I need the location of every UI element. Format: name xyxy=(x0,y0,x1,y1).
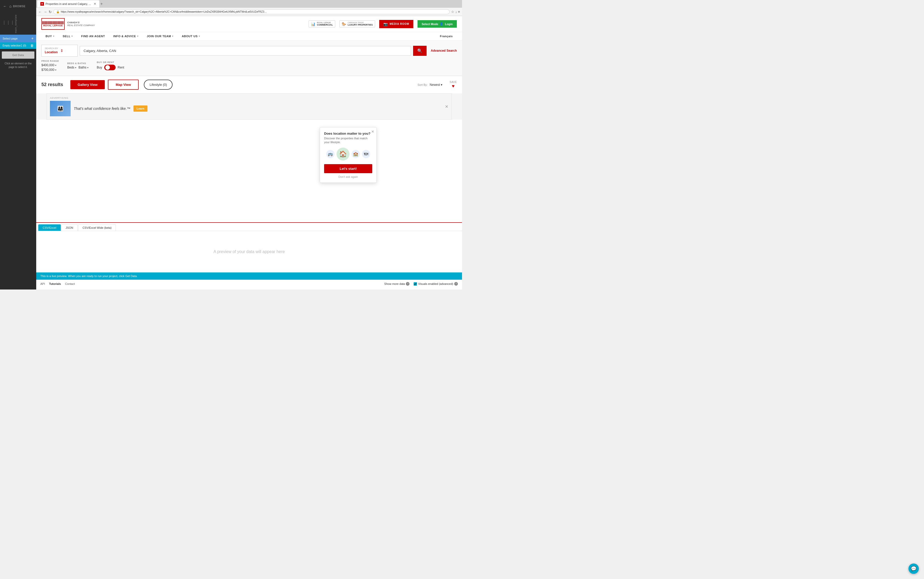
toggle-thumb xyxy=(105,65,110,70)
commercial-link[interactable]: 📊 ROYAL LEPAGE COMMERCIAL xyxy=(309,20,335,28)
baths-dropdown[interactable]: Baths ▾ xyxy=(79,65,89,69)
back-button[interactable]: ← xyxy=(2,3,8,9)
tutorials-link[interactable]: Tutorials xyxy=(49,282,61,285)
price-min-arrow: ▾ xyxy=(55,64,56,67)
new-tab-button[interactable]: + xyxy=(100,2,103,6)
tab-close-button[interactable]: ✕ xyxy=(94,2,96,6)
price-range-filter: PRICE RANGE $400,000 ▾ $700,000 ▾ xyxy=(41,60,59,72)
visuals-help-icon[interactable]: ? xyxy=(454,282,458,286)
lifestyle-start-button[interactable]: Let's start! xyxy=(324,164,372,173)
nav-sell[interactable]: SELL ▾ xyxy=(59,32,77,40)
luxury-line2: LUXURY PROPERTIES xyxy=(348,23,373,26)
beds-label: Beds xyxy=(67,65,74,69)
browser-forward-button[interactable]: → xyxy=(43,10,47,14)
search-icon: 🔍 xyxy=(417,49,422,53)
map-view-button[interactable]: Map View xyxy=(108,80,139,90)
rent-label: Rent xyxy=(118,65,124,69)
search-button[interactable]: 🔍 xyxy=(413,46,427,56)
bookmark-button[interactable]: ☆ xyxy=(451,10,454,14)
nav-francais[interactable]: Français xyxy=(436,32,457,40)
nav-about-label: ABOUT US xyxy=(182,34,198,38)
logo-text: ROYAL LEPAGE xyxy=(43,24,62,27)
results-header: 52 results Gallery View Map View Lifesty… xyxy=(41,80,457,90)
nav-sell-arrow: ▾ xyxy=(71,35,73,38)
advanced-search-link[interactable]: Advanced Search xyxy=(431,49,457,52)
tab-csv-excel[interactable]: CSV/Excel xyxy=(38,224,61,231)
browser-reload-button[interactable]: ↻ xyxy=(49,10,52,14)
select-page-bar[interactable]: Select page + xyxy=(0,34,36,43)
lifestyle-button[interactable]: Lifestyle (0) xyxy=(144,80,172,90)
url-text: https://www.royallepageca/en/search/home… xyxy=(61,10,268,13)
browser-back-button[interactable]: ← xyxy=(38,10,42,14)
empty-selection-bar[interactable]: Empty selection1 (0) 🗑 xyxy=(0,43,36,49)
gallery-view-button[interactable]: Gallery View xyxy=(71,80,105,89)
search-by-content: SEARCH BY Location xyxy=(45,47,58,54)
commercial-icon: 📊 xyxy=(311,22,315,26)
select-mode-button[interactable]: Select Mode 👤 Login xyxy=(417,20,457,28)
left-panel-nav: ← ⌂ BROWSE xyxy=(0,2,36,10)
nav-info-advice[interactable]: INFO & ADVICE ▾ xyxy=(109,32,143,40)
add-selection-button[interactable]: + xyxy=(31,36,34,41)
contact-link[interactable]: Contact xyxy=(65,282,75,285)
data-preview-area: A preview of your data will appear here xyxy=(36,231,462,272)
price-min-dropdown[interactable]: $400,000 ▾ xyxy=(41,63,59,67)
search-by-dropdown[interactable]: SEARCH BY Location ⇕ xyxy=(41,45,77,57)
browser-area: ■ Properties in and around Calgary, ... … xyxy=(36,0,462,290)
buy-rent-switch[interactable] xyxy=(104,65,116,70)
show-more-section: Show more data ? xyxy=(384,282,409,286)
lock-icon: 🔒 xyxy=(56,10,60,13)
advertising-container: ADVERTISING 👨‍👩‍👧 That's what confidence… xyxy=(36,93,462,120)
tab-label: Properties in and around Calgary, ... xyxy=(46,2,91,5)
ad-banner: ADVERTISING 👨‍👩‍👧 That's what confidence… xyxy=(46,93,452,120)
visuals-checkbox[interactable] xyxy=(414,282,417,286)
royal-lepage-logo[interactable]: ROYAL LEPAGE CANADA'S REAL ESTATE COMPAN… xyxy=(41,18,95,30)
save-button[interactable]: SAVE ♥ xyxy=(450,81,457,89)
sort-dropdown[interactable]: Newest ▾ xyxy=(430,83,442,87)
show-more-help-icon[interactable]: ? xyxy=(406,282,409,286)
price-range-label: PRICE RANGE xyxy=(41,60,59,62)
results-count: 52 results xyxy=(41,82,63,87)
price-max-value: $700,000 xyxy=(41,68,54,72)
active-tab[interactable]: ■ Properties in and around Calgary, ... … xyxy=(37,0,99,8)
home-button[interactable]: ⌂ xyxy=(9,4,11,8)
instruction-text: Click an element on the page to select i… xyxy=(0,59,36,72)
nav-join-arrow: ▾ xyxy=(172,35,174,38)
nav-join-team[interactable]: JOIN OUR TEAM ▾ xyxy=(143,32,177,40)
sidebar-menu-icon[interactable]: ⋮⋮⋮ xyxy=(2,20,15,25)
get-data-button[interactable]: Get Data xyxy=(2,51,34,59)
ad-close-button[interactable]: ✕ xyxy=(445,104,448,109)
dont-ask-again-link[interactable]: Don't ask again xyxy=(324,175,372,178)
url-bar[interactable]: 🔒 https://www.royallepageca/en/search/ho… xyxy=(53,9,450,14)
beds-baths-filter: BEDS & BATHS Beds ▾ Baths ▾ xyxy=(67,62,89,69)
media-room-button[interactable]: 📷 MEDIA ROOM xyxy=(379,20,414,28)
nav-info-arrow: ▾ xyxy=(137,35,139,38)
tab-csv-wide-label: CSV/Excel Wide (beta) xyxy=(82,226,112,229)
popup-description: Discover the properties that match your … xyxy=(324,136,372,144)
delete-selection-button[interactable]: 🗑 xyxy=(30,44,34,47)
nav-find-agent[interactable]: FIND AN AGENT xyxy=(77,32,109,40)
address-bar: ← → ↻ 🔒 https://www.royallepageca/en/sea… xyxy=(36,8,462,16)
nav-buy[interactable]: BUY ▾ xyxy=(41,32,59,40)
popup-close-button[interactable]: ✕ xyxy=(371,129,374,134)
search-input[interactable] xyxy=(80,46,411,56)
nav-sell-label: SELL xyxy=(62,34,71,38)
download-button[interactable]: ↓ xyxy=(455,10,457,14)
ad-learn-button[interactable]: Learn xyxy=(133,105,148,112)
browser-menu-button[interactable]: ≡ xyxy=(458,10,460,14)
popup-icons-row: 🚌 🏠 🏫 🍽 xyxy=(324,147,372,160)
search-row-2: PRICE RANGE $400,000 ▾ $700,000 ▾ xyxy=(41,60,457,72)
beds-dropdown[interactable]: Beds ▾ xyxy=(67,65,76,69)
nav-about-us[interactable]: ABOUT US ▾ xyxy=(178,32,204,40)
tab-csv-wide[interactable]: CSV/Excel Wide (beta) xyxy=(78,224,116,231)
baths-label: Baths xyxy=(79,65,86,69)
luxury-link[interactable]: 🐎 CARRIAGE TRADE LUXURY PROPERTIES xyxy=(340,20,375,28)
save-heart-icon[interactable]: ♥ xyxy=(452,83,455,89)
price-max-dropdown[interactable]: $700,000 ▾ xyxy=(41,68,59,72)
tab-json[interactable]: JSON xyxy=(61,224,77,231)
api-link[interactable]: API xyxy=(40,282,45,285)
nav-about-arrow: ▾ xyxy=(199,35,200,38)
buy-label: Buy xyxy=(97,65,102,69)
sort-section: Sort By: Newest ▾ xyxy=(417,83,442,87)
lifestyle-icon-school: 🏫 xyxy=(351,150,360,158)
nav-buy-label: BUY xyxy=(46,34,52,38)
